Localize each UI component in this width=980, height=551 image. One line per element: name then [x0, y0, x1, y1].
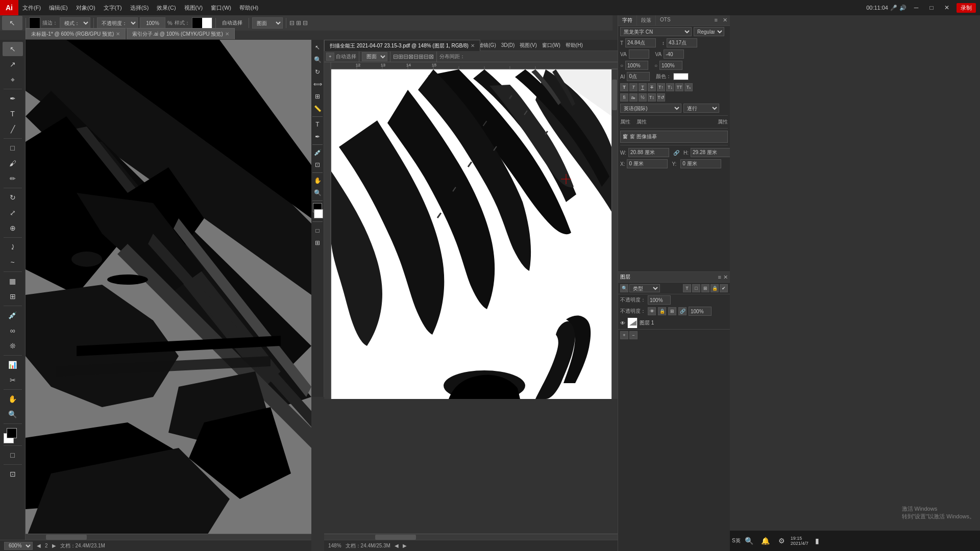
left-hscrollbar-thumb[interactable]	[46, 535, 87, 540]
menu-text[interactable]: 文字(T)	[100, 0, 126, 15]
width-input[interactable]	[628, 148, 669, 157]
pen-tool[interactable]: ✒	[3, 91, 23, 106]
tab-index[interactable]: 索引分子.ai @ 100% (CMYK/GPU 预览) ✕	[127, 28, 234, 39]
slice-tool[interactable]: ✂	[3, 373, 23, 387]
flip-mid[interactable]: ⟺	[312, 79, 323, 90]
gradient-tool[interactable]: ▦	[3, 274, 23, 288]
menu-effect[interactable]: 效果(C)	[153, 0, 180, 15]
kerning-input[interactable]	[664, 49, 684, 59]
tab-untitled[interactable]: 未标题-1* @ 600% (RGB/GPU 预览) ✕	[26, 28, 126, 39]
ai-align-select[interactable]: 图面	[362, 52, 387, 61]
layer-eye-icon[interactable]: 👁	[620, 320, 625, 326]
opacity-select[interactable]: 不透明度：	[97, 17, 138, 29]
frac-btn[interactable]: ½	[639, 93, 647, 102]
right-hscrollbar[interactable]	[324, 534, 618, 540]
doc-tab-close[interactable]: ✕	[471, 43, 475, 48]
zoom-tool-mid[interactable]: 🔍	[312, 187, 323, 198]
pencil-tool[interactable]: ✏	[3, 171, 23, 186]
screen-mode-mid[interactable]: ⊞	[312, 237, 323, 248]
allcaps-btn[interactable]: TT	[675, 83, 683, 91]
right-vscrollbar[interactable]	[611, 69, 618, 399]
baseline-input[interactable]	[627, 72, 650, 81]
speaker-icon[interactable]: 🔊	[899, 5, 906, 11]
taskbar-show-desktop[interactable]: ▮	[810, 533, 825, 548]
font-style-select[interactable]: Regular	[694, 27, 724, 36]
record-button[interactable]: 录制	[957, 3, 976, 13]
menu-select[interactable]: 选择(S)	[126, 0, 153, 15]
lasso-tool[interactable]: ⌖	[3, 72, 23, 87]
tnum-btn[interactable]: T↕	[648, 93, 656, 102]
text-tool[interactable]: T	[3, 107, 23, 121]
layer-1-item[interactable]: 👁 图层 1	[618, 317, 730, 329]
strikethrough-btn[interactable]: T	[648, 83, 656, 91]
right-vscrollbar-thumb[interactable]	[612, 80, 617, 110]
symbol-tool[interactable]: ❊	[3, 339, 23, 353]
ai-menu-help[interactable]: 帮助(H)	[563, 38, 585, 53]
hand-tool-mid[interactable]: ✋	[312, 175, 323, 186]
height-input[interactable]	[691, 148, 730, 157]
hand-tool[interactable]: ✋	[3, 392, 23, 406]
layers-expand-btn[interactable]: ✕	[723, 274, 728, 281]
delete-layer-btn[interactable]: −	[629, 331, 638, 339]
selection-tool[interactable]: ↖	[2, 16, 22, 30]
blend-tool[interactable]: ∞	[3, 323, 23, 338]
view-mode-mid[interactable]: □	[312, 225, 323, 236]
x-input[interactable]	[627, 159, 668, 168]
line-tool[interactable]: ╱	[3, 122, 23, 136]
tab-paragraph[interactable]: 段落	[637, 15, 656, 26]
layer-filter-select[interactable]: 类型	[629, 284, 660, 292]
tab-ots[interactable]: OTS	[656, 15, 675, 26]
rotate-tool[interactable]: ↻	[3, 190, 23, 205]
superscript-btn[interactable]: T↑	[657, 83, 665, 91]
stroke-color[interactable]	[29, 17, 40, 29]
doc-tab-main[interactable]: 扫描全能王 2021-04-07 23.15-3.pdf @ 148% (图层 …	[324, 40, 480, 51]
layer-icon2[interactable]: □	[692, 284, 700, 292]
left-hscrollbar[interactable]	[26, 534, 311, 540]
stroke-select[interactable]: 模式：	[60, 17, 90, 29]
tracking-input[interactable]	[629, 49, 649, 59]
text-tool-mid[interactable]: T	[312, 119, 323, 130]
layer-delete-btn[interactable]: 🔗	[678, 307, 687, 315]
ai-menu-view[interactable]: 视图(V)	[517, 38, 539, 53]
opacity2-input[interactable]	[659, 61, 682, 70]
add-layer-btn[interactable]: +	[620, 331, 628, 339]
ai-tb-plus[interactable]: +	[326, 53, 334, 61]
scale-tool[interactable]: ⤢	[3, 206, 23, 220]
zoom-in-mid[interactable]: 🔍	[312, 54, 323, 65]
menu-edit[interactable]: 编辑(E)	[45, 0, 72, 15]
tab-character[interactable]: 字符	[618, 15, 637, 26]
line-height-input[interactable]	[667, 38, 697, 47]
y-input[interactable]	[680, 159, 721, 168]
eyedropper-tool[interactable]: 💉	[3, 308, 23, 322]
taskbar-settings[interactable]: ⚙	[774, 533, 790, 548]
underline-btn[interactable]: T	[639, 83, 647, 91]
font-size-input[interactable]	[625, 38, 656, 47]
link-wh-icon[interactable]: 🔗	[673, 150, 679, 156]
language-select[interactable]: 英语(国际)	[620, 104, 681, 113]
font-family-select[interactable]: 黑龙美字 CN	[620, 27, 692, 36]
hyphen-select[interactable]: 逐行	[683, 104, 719, 113]
layer-opacity-input[interactable]	[648, 295, 671, 305]
foreground-color-swatch[interactable]	[7, 428, 17, 438]
align-select[interactable]: 图面	[252, 17, 283, 29]
brush-tool[interactable]: 🖌	[3, 156, 23, 170]
close-button[interactable]: ✕	[939, 0, 954, 15]
menu-view[interactable]: 视图(V)	[180, 0, 207, 15]
menu-object[interactable]: 对象(O)	[72, 0, 100, 15]
text-color-swatch[interactable]	[673, 73, 689, 80]
taskbar-notify[interactable]: 🔔	[758, 533, 773, 548]
warp-tool[interactable]: ~	[3, 255, 23, 269]
rect-tool[interactable]: □	[3, 141, 23, 155]
ordinal-btn[interactable]: aₒ	[629, 93, 638, 102]
screen-mode[interactable]: ⊡	[3, 467, 23, 481]
bg-color-mid[interactable]	[314, 209, 323, 218]
ai-auto-select[interactable]: 自动选择	[336, 53, 356, 60]
layer-visibility-btn[interactable]: 👁	[648, 307, 656, 315]
layer-clone-btn[interactable]: ⊞	[668, 307, 676, 315]
rotate-btn[interactable]: T↺	[657, 93, 665, 102]
layer-fill-input[interactable]	[689, 307, 712, 316]
ai-menu-window[interactable]: 窗口(W)	[540, 38, 563, 53]
taskbar-ime[interactable]: S英	[732, 537, 741, 544]
nav-right-next[interactable]: ▶	[403, 543, 407, 548]
rotate-mid[interactable]: ↻	[312, 66, 323, 78]
